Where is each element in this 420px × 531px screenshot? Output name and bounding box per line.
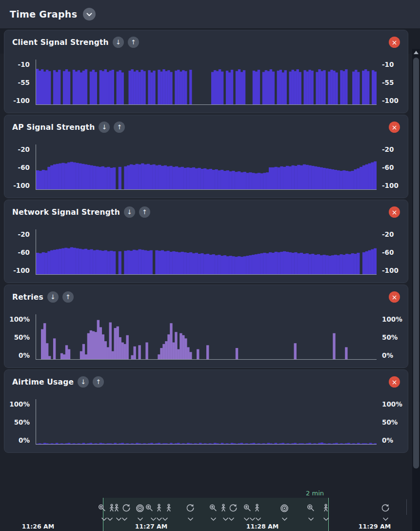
time-label: 11:28 AM: [246, 523, 279, 530]
event-marker[interactable]: [321, 503, 331, 524]
event-chevrons: [308, 515, 314, 524]
scrollbar-thumb[interactable]: [413, 58, 419, 469]
y-axis-label-right: -60: [382, 248, 394, 257]
up-arrow-icon: ↑: [65, 294, 71, 300]
event-icons: [243, 503, 262, 514]
y-axis-label-right: -100: [382, 266, 399, 275]
scrollbar[interactable]: [412, 49, 420, 531]
event-marker[interactable]: [306, 503, 316, 524]
y-axis-label-right: 50%: [382, 418, 398, 427]
chart-plot[interactable]: [36, 144, 377, 190]
y-axis-label-right: 100%: [382, 400, 402, 408]
y-axis-label-left: -100: [4, 266, 30, 275]
move-up-button[interactable]: ↑: [128, 37, 139, 48]
selection-duration-label: 2 min: [306, 490, 326, 497]
close-chart-button[interactable]: ×: [389, 37, 400, 48]
y-axis-label-left: -20: [4, 145, 30, 154]
chart-plot[interactable]: [36, 60, 377, 105]
chart-plot[interactable]: [36, 314, 377, 360]
chart-bars: [36, 60, 377, 104]
chart-bars: [36, 399, 377, 444]
up-arrow-icon: ↑: [117, 124, 122, 130]
chart-plot[interactable]: [36, 229, 377, 275]
y-axis-label-left: 50%: [4, 333, 30, 342]
down-arrow-icon: ↓: [80, 379, 86, 385]
event-marker[interactable]: [381, 503, 390, 524]
move-down-button[interactable]: ↓: [78, 376, 89, 388]
close-icon: ×: [392, 294, 398, 301]
event-marker[interactable]: [186, 503, 195, 524]
event-marker[interactable]: [112, 503, 131, 524]
scroll-up-arrow-icon[interactable]: [414, 51, 419, 54]
event-chevrons: [222, 515, 234, 524]
event-marker[interactable]: [280, 503, 289, 524]
chart-panel-header: Network Signal Strength ↓ ↑: [12, 206, 150, 218]
close-chart-button[interactable]: ×: [389, 291, 400, 303]
collapse-button[interactable]: [83, 8, 96, 20]
chevron-down-icon: [308, 515, 314, 524]
down-arrow-icon: ↓: [101, 124, 107, 130]
down-arrow-icon: ↓: [127, 209, 132, 215]
event-marker[interactable]: [243, 503, 262, 524]
chevron-down-icon: [228, 515, 234, 524]
move-down-button[interactable]: ↓: [113, 37, 124, 48]
y-axis-label-right: -10: [382, 60, 394, 69]
event-timeline: 2 min11:26 AM11:27 AM11:28 AM11:29 AM: [0, 480, 412, 531]
y-axis-label-right: -20: [382, 230, 394, 239]
chart-panel-header: Client Signal Strength ↓ ↑: [12, 37, 139, 48]
header-bar: Time Graphs: [0, 0, 420, 28]
event-icons: [136, 503, 145, 514]
close-chart-button[interactable]: ×: [389, 122, 400, 133]
y-axis-label-left: 100%: [4, 400, 30, 408]
chevron-down-icon: [187, 515, 193, 524]
event-marker[interactable]: [209, 503, 218, 524]
refresh-icon: [186, 503, 195, 514]
close-icon: ×: [392, 209, 398, 216]
y-axis-label-right: -100: [382, 96, 399, 105]
chart-plot[interactable]: [36, 399, 377, 445]
chevron-down-icon: [121, 515, 127, 524]
person-icon: [155, 503, 164, 514]
chart-title: AP Signal Strength: [12, 123, 95, 132]
move-up-button[interactable]: ↑: [93, 376, 104, 388]
event-chevrons: [187, 515, 193, 524]
up-arrow-icon: ↑: [142, 209, 147, 215]
person-icon: [112, 503, 121, 514]
magnifier-icon: [145, 503, 154, 514]
y-axis-label-left: -100: [4, 181, 30, 190]
move-down-button[interactable]: ↓: [124, 206, 135, 218]
chevron-down-icon: [86, 11, 92, 18]
magnifier-icon: [209, 503, 218, 514]
up-arrow-icon: ↑: [131, 39, 136, 45]
event-chevrons: [281, 515, 287, 524]
y-axis-label-right: 0%: [382, 436, 393, 445]
up-arrow-icon: ↑: [96, 379, 101, 385]
close-chart-button[interactable]: ×: [389, 376, 400, 388]
event-marker[interactable]: [136, 503, 145, 524]
move-up-button[interactable]: ↑: [139, 206, 150, 218]
move-up-button[interactable]: ↑: [114, 122, 125, 133]
y-axis-label-left: 0%: [4, 436, 30, 445]
close-chart-button[interactable]: ×: [389, 206, 400, 218]
chart-title: Airtime Usage: [12, 378, 74, 387]
chevron-down-icon: [116, 515, 121, 524]
y-axis-label-left: -100: [4, 96, 30, 105]
close-icon: ×: [392, 39, 398, 46]
move-down-button[interactable]: ↓: [47, 291, 59, 303]
person-icon: [321, 503, 331, 514]
move-down-button[interactable]: ↓: [99, 122, 110, 133]
event-icons: [112, 503, 131, 514]
event-marker[interactable]: [219, 503, 238, 524]
person-icon: [164, 503, 174, 514]
magnifier-icon: [243, 503, 252, 514]
event-marker[interactable]: [145, 503, 174, 524]
person-icon: [253, 503, 262, 514]
chart-panel-client-signal-strength: Client Signal Strength ↓ ↑ × -10-10-55-5…: [4, 30, 408, 113]
event-chevrons: [101, 515, 113, 524]
chart-title: Network Signal Strength: [12, 208, 120, 217]
move-up-button[interactable]: ↑: [62, 291, 74, 303]
event-icons: [381, 503, 390, 514]
chart-bars: [36, 144, 377, 189]
chart-panel-header: Airtime Usage ↓ ↑: [12, 376, 104, 388]
event-chevrons: [210, 515, 216, 524]
